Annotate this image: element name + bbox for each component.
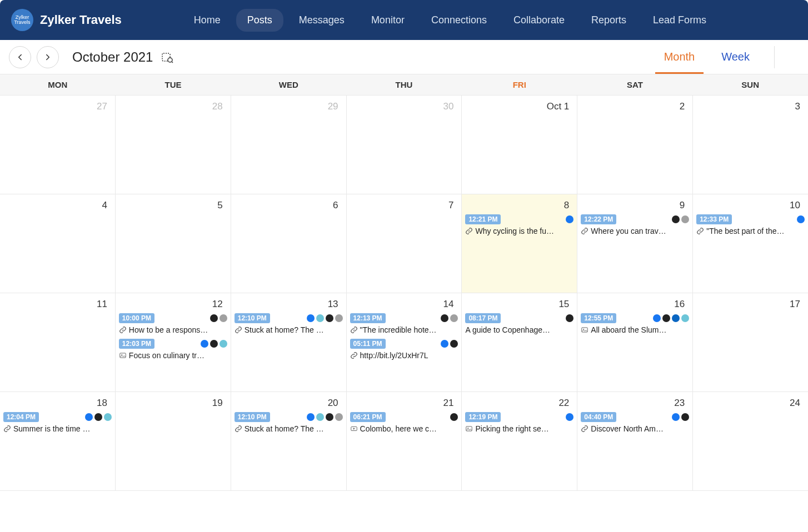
network-x-icon bbox=[326, 314, 333, 322]
calendar-grid: 27282930Oct 1234567812:21 PMWhy cycling … bbox=[0, 96, 808, 491]
network-fb-icon bbox=[441, 340, 448, 348]
post-head: 12:22 PM bbox=[581, 214, 689, 224]
top-nav: Zylker Travels Zylker Travels HomePostsM… bbox=[0, 0, 808, 40]
view-tab-week[interactable]: Week bbox=[708, 40, 763, 74]
day-number: 7 bbox=[350, 198, 458, 214]
day-cell[interactable]: 1210:00 PMHow to be a respons…12:03 PMFo… bbox=[116, 293, 231, 392]
day-number: 10 bbox=[696, 198, 805, 214]
scheduled-post[interactable]: 12:21 PMWhy cycling is the fu… bbox=[465, 214, 573, 235]
day-cell[interactable]: 17 bbox=[693, 293, 808, 392]
day-cell[interactable]: 7 bbox=[347, 194, 462, 293]
calendar-toolbar: October 2021 Month Week bbox=[0, 40, 808, 74]
network-x-icon bbox=[441, 314, 448, 322]
day-cell[interactable]: 812:21 PMWhy cycling is the fu… bbox=[462, 194, 577, 293]
network-x-icon bbox=[662, 314, 670, 322]
day-cell[interactable]: 28 bbox=[116, 96, 231, 194]
scheduled-post[interactable]: 12:22 PMWhere you can trav… bbox=[581, 214, 689, 235]
day-cell[interactable]: 2106:21 PMColombo, here we c… bbox=[347, 392, 462, 490]
day-number: 5 bbox=[119, 198, 227, 214]
day-cell[interactable]: 19 bbox=[116, 392, 231, 490]
post-head: 04:40 PM bbox=[581, 412, 689, 422]
nav-item-monitor[interactable]: Monitor bbox=[360, 9, 416, 32]
post-head: 12:13 PM bbox=[350, 313, 458, 323]
scheduled-post[interactable]: 10:00 PMHow to be a respons… bbox=[119, 313, 227, 334]
post-title: "The incredible hote… bbox=[350, 325, 458, 334]
day-header: THU bbox=[346, 74, 462, 95]
prev-month-button[interactable] bbox=[9, 46, 31, 68]
filter-button[interactable] bbox=[774, 46, 788, 68]
day-number: 20 bbox=[235, 395, 343, 412]
week-row: 111210:00 PMHow to be a respons…12:03 PM… bbox=[0, 293, 808, 392]
view-tab-month[interactable]: Month bbox=[651, 40, 709, 74]
network-icons bbox=[672, 215, 689, 223]
scheduled-post[interactable]: 04:40 PMDiscover North Am… bbox=[581, 412, 689, 433]
post-title: All aboard the Slum… bbox=[581, 325, 689, 334]
day-cell[interactable]: 2212:19 PMPicking the right se… bbox=[462, 392, 577, 490]
scheduled-post[interactable]: 12:10 PMStuck at home? The … bbox=[235, 412, 343, 433]
post-title: http://bit.ly/2UxHr7L bbox=[350, 351, 458, 360]
day-cell[interactable]: 6 bbox=[231, 194, 347, 293]
scheduled-post[interactable]: 12:55 PMAll aboard the Slum… bbox=[581, 313, 689, 334]
post-head: 10:00 PM bbox=[119, 313, 227, 323]
day-cell[interactable]: 2 bbox=[577, 96, 693, 194]
network-gm-icon bbox=[220, 314, 227, 322]
scheduled-post[interactable]: 08:17 PMA guide to Copenhage… bbox=[465, 313, 573, 334]
next-month-button[interactable] bbox=[37, 46, 59, 68]
day-cell[interactable]: 3 bbox=[693, 96, 808, 194]
nav-item-collaborate[interactable]: Collaborate bbox=[502, 9, 576, 32]
day-cell[interactable]: 11 bbox=[0, 293, 116, 392]
post-title: Picking the right se… bbox=[465, 424, 573, 433]
brand[interactable]: Zylker Travels Zylker Travels bbox=[11, 9, 122, 31]
day-cell[interactable]: 1812:04 PMSummer is the time … bbox=[0, 392, 116, 490]
day-cell[interactable]: 1612:55 PMAll aboard the Slum… bbox=[577, 293, 693, 392]
scheduled-post[interactable]: 12:03 PMFocus on culinary tr… bbox=[119, 339, 227, 360]
day-cell[interactable]: Oct 1 bbox=[462, 96, 577, 194]
nav-item-lead-forms[interactable]: Lead Forms bbox=[642, 9, 717, 32]
day-cell[interactable]: 24 bbox=[693, 392, 808, 490]
nav-item-posts[interactable]: Posts bbox=[236, 9, 283, 32]
calendar-search-button[interactable] bbox=[161, 51, 174, 64]
day-cell[interactable]: 29 bbox=[231, 96, 347, 194]
day-cell[interactable]: 912:22 PMWhere you can trav… bbox=[577, 194, 693, 293]
scheduled-post[interactable]: 06:21 PMColombo, here we c… bbox=[350, 412, 458, 433]
day-cell[interactable]: 1508:17 PMA guide to Copenhage… bbox=[462, 293, 577, 392]
link-icon bbox=[696, 227, 704, 235]
scheduled-post[interactable]: 05:11 PMhttp://bit.ly/2UxHr7L bbox=[350, 339, 458, 360]
network-pb-icon bbox=[681, 314, 689, 322]
post-head: 12:10 PM bbox=[235, 412, 343, 422]
day-cell[interactable]: 2012:10 PMStuck at home? The … bbox=[231, 392, 347, 490]
day-cell[interactable]: 5 bbox=[116, 194, 231, 293]
arrow-right-icon bbox=[43, 52, 53, 62]
network-icons bbox=[797, 215, 805, 223]
day-cell[interactable]: 30 bbox=[347, 96, 462, 194]
day-cell[interactable]: 1012:33 PM"The best part of the… bbox=[693, 194, 808, 293]
scheduled-post[interactable]: 12:04 PMSummer is the time … bbox=[3, 412, 112, 433]
scheduled-post[interactable]: 12:10 PMStuck at home? The … bbox=[235, 313, 343, 334]
day-cell[interactable]: 4 bbox=[0, 194, 116, 293]
day-cell[interactable]: 27 bbox=[0, 96, 116, 194]
day-number: 4 bbox=[3, 198, 112, 214]
network-x-icon bbox=[672, 215, 680, 223]
network-fb-icon bbox=[653, 314, 661, 322]
day-header: FRI bbox=[462, 74, 577, 95]
nav-item-reports[interactable]: Reports bbox=[580, 9, 637, 32]
month-label: October 2021 bbox=[72, 49, 153, 65]
scheduled-post[interactable]: 12:19 PMPicking the right se… bbox=[465, 412, 573, 433]
scheduled-post[interactable]: 12:13 PM"The incredible hote… bbox=[350, 313, 458, 334]
day-number: 17 bbox=[696, 297, 805, 313]
network-icons bbox=[85, 413, 112, 421]
brand-name: Zylker Travels bbox=[40, 13, 122, 27]
day-number: 13 bbox=[235, 297, 343, 313]
nav-item-home[interactable]: Home bbox=[183, 9, 232, 32]
day-cell[interactable]: 2304:40 PMDiscover North Am… bbox=[577, 392, 693, 490]
day-number: 22 bbox=[465, 395, 573, 412]
nav-item-messages[interactable]: Messages bbox=[288, 9, 356, 32]
network-x-icon bbox=[326, 413, 333, 421]
day-header: WED bbox=[231, 74, 346, 95]
day-cell[interactable]: 1412:13 PM"The incredible hote…05:11 PMh… bbox=[347, 293, 462, 392]
nav-item-connections[interactable]: Connections bbox=[420, 9, 498, 32]
network-fb-icon bbox=[566, 413, 573, 421]
scheduled-post[interactable]: 12:33 PM"The best part of the… bbox=[696, 214, 805, 235]
day-cell[interactable]: 1312:10 PMStuck at home? The … bbox=[231, 293, 347, 392]
network-icons bbox=[441, 340, 458, 348]
